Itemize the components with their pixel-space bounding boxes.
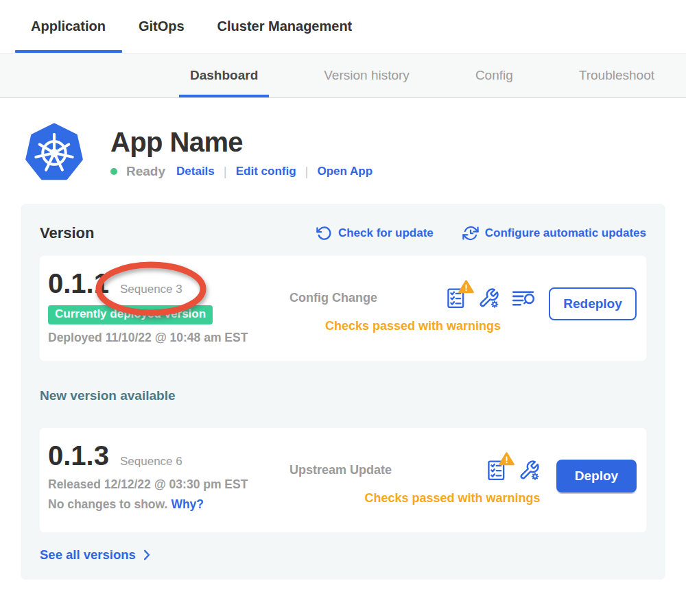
- tab-config[interactable]: Config: [475, 54, 513, 97]
- preflight-result-text: Checks passed with warnings: [289, 319, 536, 333]
- warning-triangle-icon: [458, 280, 474, 294]
- tab-troubleshoot[interactable]: Troubleshoot: [579, 54, 654, 97]
- check-for-update-link[interactable]: Check for update: [316, 225, 434, 241]
- version-source-label: Config Change: [289, 291, 377, 305]
- kubernetes-icon: [24, 122, 84, 184]
- page-title: App Name: [110, 127, 372, 157]
- edit-config-button[interactable]: [478, 287, 499, 309]
- version-source-label: Upstream Update: [289, 463, 392, 477]
- released-timestamp: Released 12/12/22 @ 03:30 pm EST: [48, 477, 289, 492]
- preflight-checks-button[interactable]: [447, 287, 466, 309]
- ready-status-dot: [110, 168, 117, 175]
- tab-cluster-management[interactable]: Cluster Management: [217, 0, 353, 53]
- edit-config-button[interactable]: [519, 460, 540, 481]
- tab-dashboard[interactable]: Dashboard: [190, 54, 258, 97]
- version-card-title: Version: [40, 224, 94, 242]
- divider: |: [224, 164, 227, 179]
- wrench-gear-icon: [519, 460, 540, 481]
- view-diff-button[interactable]: [512, 289, 536, 308]
- refresh-icon: [316, 226, 332, 241]
- clock-refresh-icon: [462, 225, 479, 241]
- chevron-right-icon: [140, 548, 154, 562]
- app-header: App Name Ready Details | Edit config | O…: [24, 122, 686, 184]
- tab-application[interactable]: Application: [31, 0, 106, 53]
- see-all-versions-link[interactable]: See all versions: [40, 547, 154, 562]
- new-sequence-label: Sequence 6: [120, 455, 182, 469]
- no-changes-text: No changes to show.: [48, 497, 167, 511]
- tab-version-history[interactable]: Version history: [324, 54, 410, 97]
- tab-gitops[interactable]: GitOps: [139, 0, 185, 53]
- new-version-row: 0.1.3 Sequence 6 Released 12/12/22 @ 03:…: [40, 428, 646, 532]
- deployed-timestamp: Deployed 11/10/22 @ 10:48 am EST: [48, 331, 289, 345]
- version-card: Version Check for update Configure autom…: [21, 204, 665, 580]
- redeploy-button[interactable]: Redeploy: [549, 287, 637, 320]
- current-version-number: 0.1.1: [48, 268, 109, 299]
- configure-automatic-updates-link[interactable]: Configure automatic updates: [462, 225, 646, 241]
- currently-deployed-badge: Currently deployed version: [48, 305, 213, 324]
- preflight-result-text: Checks passed with warnings: [327, 491, 578, 506]
- primary-nav: Application GitOps Cluster Management: [0, 0, 686, 53]
- wrench-gear-icon: [478, 287, 499, 309]
- view-diff-icon: [512, 289, 536, 308]
- deploy-button[interactable]: Deploy: [556, 460, 637, 493]
- status-badge: Ready: [126, 164, 165, 179]
- divider: |: [305, 164, 309, 179]
- new-version-number: 0.1.3: [48, 440, 109, 471]
- app-sub-nav: Dashboard Version history Config Trouble…: [0, 53, 686, 98]
- warning-triangle-icon: [499, 452, 514, 466]
- why-link[interactable]: Why?: [171, 497, 204, 511]
- current-sequence-label: Sequence 3: [120, 283, 182, 296]
- preflight-checks-button[interactable]: [487, 460, 506, 481]
- open-app-link[interactable]: Open App: [317, 165, 372, 178]
- current-version-row: 0.1.1 Sequence 3 Currently deployed vers…: [40, 256, 646, 361]
- new-version-heading: New version available: [40, 388, 646, 403]
- details-link[interactable]: Details: [176, 165, 215, 178]
- edit-config-link[interactable]: Edit config: [236, 165, 296, 178]
